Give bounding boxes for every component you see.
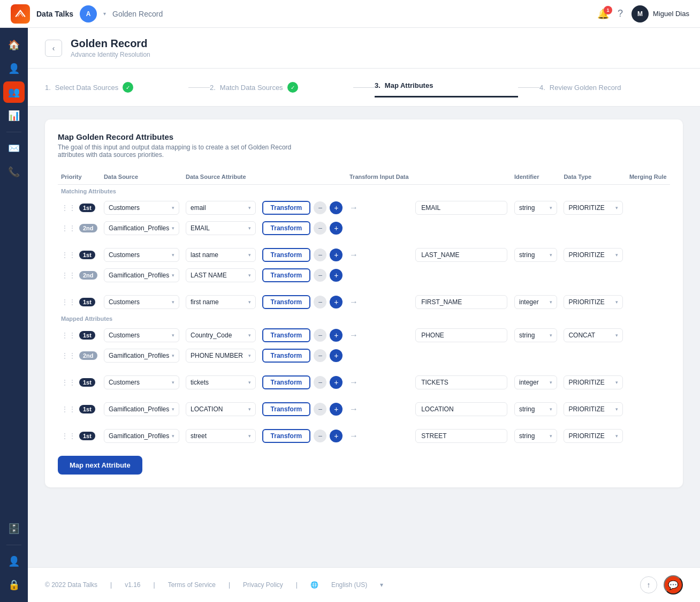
map-next-attribute-button[interactable]: Map next Attribute	[58, 456, 142, 475]
drag-handle-icon[interactable]: ⋮⋮	[61, 351, 76, 360]
sidebar-item-phone[interactable]: 📞	[3, 161, 25, 183]
datatype-select[interactable]: string ▾	[514, 201, 557, 215]
identifier-input[interactable]	[415, 429, 507, 443]
drag-handle-icon[interactable]: ⋮⋮	[61, 298, 76, 306]
attribute-select[interactable]: LAST NAME ▾	[186, 268, 256, 282]
attribute-select[interactable]: last name ▾	[186, 248, 256, 262]
datasource-select[interactable]: Customers ▾	[104, 201, 179, 215]
remove-row-button[interactable]: −	[314, 329, 326, 342]
workspace-chevron-icon[interactable]: ▾	[103, 11, 106, 17]
add-row-button[interactable]: +	[330, 329, 343, 342]
transform-button[interactable]: Transform	[262, 375, 311, 389]
attribute-select[interactable]: PHONE NUMBER ▾	[186, 349, 256, 363]
merging-select[interactable]: PRIORITIZE ▾	[564, 375, 623, 389]
add-row-button[interactable]: +	[330, 222, 343, 235]
transform-button[interactable]: Transform	[262, 295, 311, 309]
identifier-input[interactable]	[415, 375, 507, 389]
transform-button[interactable]: Transform	[262, 349, 311, 363]
add-row-button[interactable]: +	[330, 349, 343, 362]
drag-handle-icon[interactable]: ⋮⋮	[61, 331, 76, 340]
footer-privacy[interactable]: Privacy Policy	[243, 581, 283, 589]
remove-row-button[interactable]: −	[314, 349, 326, 362]
datasource-select[interactable]: Customers ▾	[104, 248, 179, 262]
identifier-input[interactable]	[415, 248, 507, 262]
remove-row-button[interactable]: −	[314, 201, 326, 214]
datasource-select[interactable]: Customers ▾	[104, 375, 179, 389]
transform-button[interactable]: Transform	[262, 221, 311, 235]
datatype-select[interactable]: string ▾	[514, 328, 557, 342]
datasource-select[interactable]: Gamification_Profiles ▾	[104, 268, 179, 282]
back-button[interactable]: ‹	[45, 40, 62, 57]
help-icon[interactable]: ?	[618, 8, 623, 19]
transform-button[interactable]: Transform	[262, 328, 311, 342]
sidebar-item-lock[interactable]: 🔒	[3, 574, 25, 596]
drag-handle-icon[interactable]: ⋮⋮	[61, 378, 76, 387]
datasource-select[interactable]: Customers ▾	[104, 328, 179, 342]
identifier-input[interactable]	[415, 295, 507, 309]
add-row-button[interactable]: +	[330, 201, 343, 214]
identifier-input[interactable]	[415, 328, 507, 342]
attribute-select[interactable]: tickets ▾	[186, 375, 256, 389]
datasource-select[interactable]: Gamification_Profiles ▾	[104, 429, 179, 443]
remove-row-button[interactable]: −	[314, 296, 326, 308]
remove-row-button[interactable]: −	[314, 222, 326, 235]
transform-button[interactable]: Transform	[262, 201, 311, 215]
remove-row-button[interactable]: −	[314, 430, 326, 442]
merging-select[interactable]: PRIORITIZE ▾	[564, 429, 623, 443]
remove-row-button[interactable]: −	[314, 249, 326, 261]
drag-handle-icon[interactable]: ⋮⋮	[61, 432, 76, 440]
transform-button[interactable]: Transform	[262, 402, 311, 416]
datasource-select[interactable]: Gamification_Profiles ▾	[104, 402, 179, 416]
datasource-select[interactable]: Gamification_Profiles ▾	[104, 221, 179, 235]
drag-handle-icon[interactable]: ⋮⋮	[61, 251, 76, 259]
sidebar-item-database[interactable]: 🗄️	[3, 518, 25, 539]
merging-select[interactable]: CONCAT ▾	[564, 328, 623, 342]
scroll-top-button[interactable]: ↑	[640, 576, 657, 593]
datatype-select[interactable]: string ▾	[514, 402, 557, 416]
remove-row-button[interactable]: −	[314, 403, 326, 416]
attribute-select[interactable]: LOCATION ▾	[186, 402, 256, 416]
sidebar-item-contacts[interactable]: 👤	[3, 58, 25, 79]
drag-handle-icon[interactable]: ⋮⋮	[61, 204, 76, 212]
sidebar-item-home[interactable]: 🏠	[3, 34, 25, 56]
datatype-select[interactable]: integer ▾	[514, 295, 557, 309]
drag-handle-icon[interactable]: ⋮⋮	[61, 271, 76, 280]
footer-lang[interactable]: English (US)	[331, 581, 367, 589]
footer-terms[interactable]: Terms of Service	[168, 581, 216, 589]
datatype-select[interactable]: string ▾	[514, 248, 557, 262]
add-row-button[interactable]: +	[330, 403, 343, 416]
drag-handle-icon[interactable]: ⋮⋮	[61, 224, 76, 232]
merging-select[interactable]: PRIORITIZE ▾	[564, 248, 623, 262]
datatype-select[interactable]: string ▾	[514, 429, 557, 443]
datatype-select[interactable]: integer ▾	[514, 375, 557, 389]
identifier-input[interactable]	[415, 402, 507, 416]
transform-button[interactable]: Transform	[262, 268, 311, 282]
sidebar-item-analytics[interactable]: 📊	[3, 105, 25, 126]
transform-button[interactable]: Transform	[262, 429, 311, 443]
add-row-button[interactable]: +	[330, 269, 343, 282]
attribute-select[interactable]: EMAIL ▾	[186, 221, 256, 235]
remove-row-button[interactable]: −	[314, 376, 326, 389]
sidebar-item-audience[interactable]: 👥	[3, 81, 25, 103]
user-menu[interactable]: M Miguel Dias	[631, 5, 689, 22]
attribute-select[interactable]: email ▾	[186, 201, 256, 215]
datasource-select[interactable]: Customers ▾	[104, 295, 179, 309]
add-row-button[interactable]: +	[330, 296, 343, 308]
chat-button[interactable]: 💬	[664, 575, 683, 595]
notification-bell[interactable]: 🔔 1	[597, 8, 609, 20]
transform-button[interactable]: Transform	[262, 248, 311, 262]
remove-row-button[interactable]: −	[314, 269, 326, 282]
merging-select[interactable]: PRIORITIZE ▾	[564, 295, 623, 309]
add-row-button[interactable]: +	[330, 249, 343, 261]
attribute-select[interactable]: Country_Code ▾	[186, 328, 256, 342]
merging-select[interactable]: PRIORITIZE ▾	[564, 402, 623, 416]
attribute-select[interactable]: street ▾	[186, 429, 256, 443]
workspace-avatar[interactable]: A	[80, 5, 97, 22]
add-row-button[interactable]: +	[330, 376, 343, 389]
identifier-input[interactable]	[415, 201, 507, 215]
attribute-select[interactable]: first name ▾	[186, 295, 256, 309]
sidebar-item-mail[interactable]: ✉️	[3, 138, 25, 159]
merging-select[interactable]: PRIORITIZE ▾	[564, 201, 623, 215]
sidebar-item-user-settings[interactable]: 👤	[3, 551, 25, 572]
datasource-select[interactable]: Gamification_Profiles ▾	[104, 349, 179, 363]
